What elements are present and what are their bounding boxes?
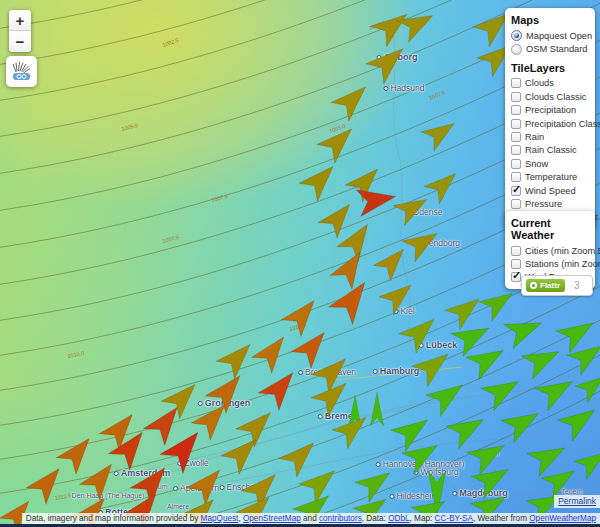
zoom-control: + − xyxy=(9,10,31,52)
map-option-osm-standard[interactable]: OSM Standard xyxy=(511,42,590,55)
option-label: Pressure xyxy=(525,199,562,209)
attribution-link-odbl[interactable]: ODbL xyxy=(388,514,409,523)
wind-arrow xyxy=(317,119,361,163)
attribution-link-contributors[interactable]: contributors xyxy=(319,514,362,523)
map-option-mapquest-open[interactable]: Mapquest Open xyxy=(511,29,590,42)
attribution-text: Data, imagery and map information provid… xyxy=(26,514,201,523)
wind-arrow xyxy=(451,317,495,357)
attribution-text: , Map: xyxy=(410,514,435,523)
wind-arrow xyxy=(373,241,412,281)
option-label: Rain xyxy=(525,132,544,142)
attribution-link-openweathermap[interactable]: OpenWeatherMap xyxy=(529,514,596,523)
layer-option-precipitation[interactable]: Precipitation xyxy=(511,104,590,117)
checkbox-icon[interactable] xyxy=(511,272,521,282)
checkbox-icon[interactable] xyxy=(511,159,521,169)
maps-section-title: Maps xyxy=(511,14,590,26)
wind-arrow xyxy=(79,456,122,500)
wind-arrow xyxy=(186,461,229,505)
option-label: OSM Standard xyxy=(526,44,588,54)
openweathermap-logo[interactable] xyxy=(6,56,37,87)
flattr-button[interactable]: Flattr xyxy=(526,279,565,292)
wind-arrow xyxy=(402,223,444,262)
zoom-out-button[interactable]: − xyxy=(9,31,31,52)
checkbox-icon[interactable] xyxy=(511,259,521,269)
logo-icon xyxy=(9,59,34,84)
checkbox-icon[interactable] xyxy=(511,92,521,102)
wind-arrow xyxy=(471,458,515,499)
option-label: Rain Classic xyxy=(525,145,577,155)
flattr-widget[interactable]: Flattr 3 xyxy=(521,275,593,296)
wind-arrow xyxy=(281,292,324,336)
option-label: Clouds xyxy=(525,78,554,88)
checkbox-icon[interactable] xyxy=(511,186,521,196)
layer-option-temperature[interactable]: Temperature xyxy=(511,171,590,184)
permalink-box: Permalink xyxy=(554,495,600,508)
wind-arrow xyxy=(355,463,397,503)
checkbox-icon[interactable] xyxy=(511,172,521,182)
checkbox-icon[interactable] xyxy=(511,145,521,155)
permalink-link[interactable]: Permalink xyxy=(558,496,596,506)
wind-arrow xyxy=(291,324,334,368)
layer-option-pressure[interactable]: Pressure xyxy=(511,197,590,210)
checkbox-icon[interactable] xyxy=(511,199,521,209)
checkbox-icon[interactable] xyxy=(511,119,521,129)
option-label: Temperature xyxy=(525,172,577,182)
wind-arrow xyxy=(299,157,343,201)
wind-arrow xyxy=(279,433,323,477)
wind-arrow xyxy=(421,114,461,152)
wind-arrow xyxy=(521,340,565,379)
wind-arrow xyxy=(574,444,600,480)
layers-panel: Maps Mapquest OpenOSM Standard TileLayer… xyxy=(505,8,595,229)
option-label: Mapquest Open xyxy=(526,31,592,41)
layer-option-clouds[interactable]: Clouds xyxy=(511,77,590,90)
radio-icon[interactable] xyxy=(511,44,522,55)
layer-option-wind-speed[interactable]: Wind Speed xyxy=(511,184,590,197)
flattr-label: Flattr xyxy=(540,281,560,290)
layer-option-cities-min-zoom-5[interactable]: Cities (min Zoom 5) xyxy=(511,244,590,257)
wind-arrow xyxy=(391,409,435,451)
zoom-in-button[interactable]: + xyxy=(9,10,31,31)
layer-option-stations-min-zoom-7[interactable]: Stations (min Zoom 7) xyxy=(511,257,590,270)
option-label: Snow xyxy=(525,159,548,169)
layer-option-rain[interactable]: Rain xyxy=(511,130,590,143)
tilelayers-option-list: CloudsClouds ClassicPrecipitationPrecipi… xyxy=(511,77,590,224)
wind-arrow xyxy=(379,276,419,315)
wind-arrow xyxy=(426,374,470,416)
current-weather-section-title: Current Weather xyxy=(511,217,590,241)
wind-arrow xyxy=(424,165,464,204)
flattr-count: 3 xyxy=(574,280,580,291)
wind-arrow xyxy=(366,39,412,85)
wind-arrow xyxy=(393,189,433,225)
wind-arrow xyxy=(331,77,375,121)
wind-arrow xyxy=(205,367,250,414)
wind-arrow xyxy=(399,310,443,353)
checkbox-icon[interactable] xyxy=(511,246,521,256)
wind-arrow xyxy=(467,434,511,475)
wind-arrow xyxy=(412,344,456,387)
wind-arrow xyxy=(311,349,355,393)
layer-option-clouds-classic[interactable]: Clouds Classic xyxy=(511,90,590,103)
attribution-bar: Data, imagery and map information provid… xyxy=(22,513,600,524)
wind-arrow xyxy=(56,430,99,474)
layer-option-rain-classic[interactable]: Rain Classic xyxy=(511,144,590,157)
wind-arrow xyxy=(575,368,600,402)
attribution-link-cc-by-sa[interactable]: CC-BY-SA xyxy=(435,514,473,523)
wind-arrow xyxy=(501,402,545,443)
option-label: Wind Speed xyxy=(525,186,576,196)
wind-arrow xyxy=(258,364,303,411)
wind-arrow xyxy=(299,461,343,504)
checkbox-icon[interactable] xyxy=(511,132,521,142)
attribution-link-mapquest[interactable]: MapQuest xyxy=(201,514,239,523)
wind-arrow xyxy=(527,437,571,477)
layer-option-precipitation-classic[interactable]: Precipitation Classic xyxy=(511,117,590,130)
option-label: Stations (min Zoom 7) xyxy=(525,259,600,269)
attribution-link-openstreetmap[interactable]: OpenStreetMap xyxy=(243,514,301,523)
layer-option-snow[interactable]: Snow xyxy=(511,157,590,170)
wind-arrow xyxy=(236,403,280,447)
wind-arrow xyxy=(445,289,487,330)
wind-arrow xyxy=(251,329,294,373)
wind-arrow xyxy=(481,370,525,411)
checkbox-icon[interactable] xyxy=(511,78,521,88)
radio-icon[interactable] xyxy=(511,30,522,41)
checkbox-icon[interactable] xyxy=(511,105,521,115)
